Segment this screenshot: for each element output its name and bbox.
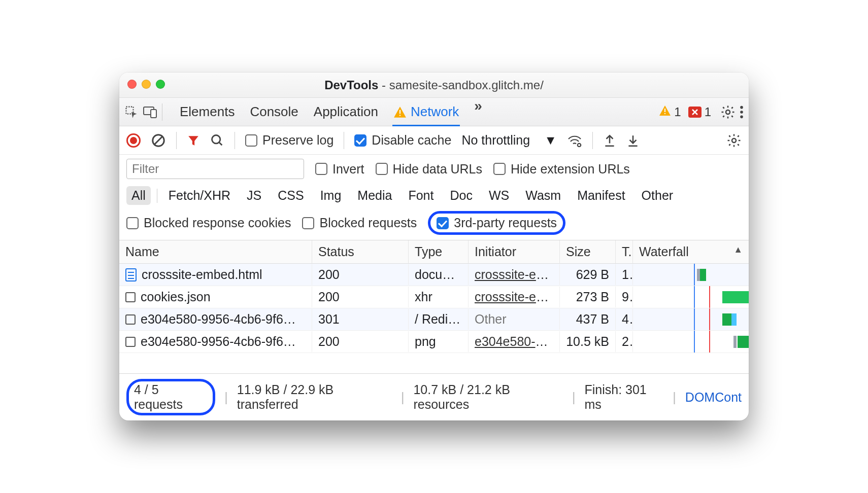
errors-count[interactable]: 1 bbox=[688, 105, 711, 119]
type-filter-all[interactable]: All bbox=[126, 186, 151, 205]
network-conditions-icon[interactable] bbox=[567, 134, 582, 147]
network-settings-icon[interactable] bbox=[726, 133, 742, 148]
devtools-window: DevTools - samesite-sandbox.glitch.me/ E… bbox=[119, 73, 749, 420]
tab-network[interactable]: Network bbox=[393, 98, 459, 126]
status-bar: 4 / 5 requests | 11.9 kB / 22.9 kB trans… bbox=[119, 374, 749, 420]
status-transferred: 11.9 kB / 22.9 kB transferred bbox=[237, 382, 392, 412]
third-party-highlight: 3rd-party requests bbox=[428, 211, 565, 235]
waterfall-cell bbox=[633, 308, 749, 330]
close-icon[interactable] bbox=[127, 80, 137, 89]
type-filter-row: All Fetch/XHR JS CSS Img Media Font Doc … bbox=[119, 183, 749, 208]
chevron-down-icon: ▼ bbox=[544, 133, 557, 148]
zoom-icon[interactable] bbox=[156, 80, 165, 89]
error-icon bbox=[688, 107, 702, 118]
waterfall-cell bbox=[633, 331, 749, 353]
col-waterfall[interactable]: Waterfall bbox=[633, 240, 749, 263]
type-filter-img[interactable]: Img bbox=[315, 186, 347, 205]
table-row[interactable]: e304e580-9956-4cb6-9f6… 200 png e304e580… bbox=[119, 331, 749, 353]
type-filter-js[interactable]: JS bbox=[242, 186, 266, 205]
type-filter-manifest[interactable]: Manifest bbox=[572, 186, 630, 205]
hide-data-urls-checkbox[interactable]: Hide data URLs bbox=[376, 162, 482, 177]
warnings-count[interactable]: 1 bbox=[659, 105, 681, 119]
col-size[interactable]: Size bbox=[560, 240, 616, 263]
search-icon[interactable] bbox=[210, 133, 224, 148]
minimize-icon[interactable] bbox=[142, 80, 151, 89]
tab-application[interactable]: Application bbox=[314, 98, 378, 126]
warning-icon bbox=[659, 105, 671, 119]
type-filter-other[interactable]: Other bbox=[637, 186, 679, 205]
extra-filter-row: Blocked response cookies Blocked request… bbox=[119, 208, 749, 240]
svg-point-13 bbox=[212, 135, 220, 143]
waterfall-cell bbox=[633, 264, 749, 286]
type-filter-css[interactable]: CSS bbox=[273, 186, 309, 205]
table-header[interactable]: Name Status Type Initiator Size T. Water… bbox=[119, 240, 749, 264]
download-icon[interactable] bbox=[626, 133, 640, 148]
type-filter-doc[interactable]: Doc bbox=[445, 186, 477, 205]
status-domcontent: DOMCont bbox=[685, 390, 742, 405]
filter-row: Invert Hide data URLs Hide extension URL… bbox=[119, 155, 749, 183]
document-icon bbox=[125, 268, 137, 281]
inspect-icon[interactable] bbox=[124, 105, 139, 119]
type-filter-wasm[interactable]: Wasm bbox=[520, 186, 566, 205]
record-button[interactable] bbox=[126, 133, 141, 148]
type-filter-ws[interactable]: WS bbox=[484, 186, 514, 205]
hide-extension-urls-checkbox[interactable]: Hide extension URLs bbox=[493, 162, 630, 177]
col-status[interactable]: Status bbox=[312, 240, 409, 263]
type-filter-media[interactable]: Media bbox=[352, 186, 397, 205]
type-filter-font[interactable]: Font bbox=[403, 186, 439, 205]
initiator-link[interactable]: crosssite-em… bbox=[475, 290, 559, 304]
status-requests: 4 / 5 requests bbox=[134, 382, 208, 412]
issue-counts[interactable]: 1 1 bbox=[659, 105, 711, 119]
third-party-checkbox[interactable]: 3rd-party requests bbox=[437, 216, 557, 230]
table-row[interactable]: e304e580-9956-4cb6-9f6… 301 / Redi… Othe… bbox=[119, 308, 749, 331]
network-toolbar: Preserve log Disable cache No throttling… bbox=[119, 126, 749, 155]
svg-point-7 bbox=[726, 110, 730, 114]
tab-console[interactable]: Console bbox=[250, 98, 298, 126]
col-type[interactable]: Type bbox=[409, 240, 469, 263]
device-toggle-icon[interactable] bbox=[143, 105, 158, 119]
svg-rect-6 bbox=[664, 113, 665, 114]
filter-toggle-icon[interactable] bbox=[187, 134, 200, 147]
svg-point-18 bbox=[732, 138, 736, 143]
col-name[interactable]: Name bbox=[119, 240, 312, 263]
svg-rect-2 bbox=[151, 110, 156, 118]
status-finish: Finish: 301 ms bbox=[584, 382, 663, 412]
kebab-icon[interactable] bbox=[740, 105, 744, 119]
initiator-link[interactable]: e304e580-9… bbox=[475, 334, 555, 348]
settings-icon[interactable] bbox=[720, 104, 736, 120]
checkbox-icon[interactable] bbox=[245, 134, 257, 147]
more-tabs-icon[interactable]: » bbox=[474, 98, 482, 126]
traffic-lights[interactable] bbox=[127, 80, 165, 89]
upload-icon[interactable] bbox=[603, 133, 616, 148]
table-row[interactable]: cookies.json 200 xhr crosssite-em… 273 B… bbox=[119, 286, 749, 308]
svg-rect-3 bbox=[399, 110, 400, 114]
blocked-cookies-checkbox[interactable]: Blocked response cookies bbox=[126, 216, 291, 230]
waterfall-cell bbox=[633, 286, 749, 308]
initiator-link[interactable]: crosssite-em… bbox=[475, 267, 559, 281]
blocked-requests-checkbox[interactable]: Blocked requests bbox=[302, 216, 417, 230]
table-row[interactable]: crosssite-embed.html 200 docu… crosssite… bbox=[119, 264, 749, 286]
svg-point-15 bbox=[578, 143, 581, 146]
disable-cache-checkbox[interactable]: Disable cache bbox=[354, 133, 451, 148]
svg-line-14 bbox=[219, 142, 222, 145]
file-icon bbox=[125, 292, 136, 302]
warning-icon bbox=[393, 106, 407, 118]
invert-checkbox[interactable]: Invert bbox=[315, 162, 364, 177]
request-table: Name Status Type Initiator Size T. Water… bbox=[119, 240, 749, 374]
file-icon bbox=[125, 337, 136, 347]
preserve-log-checkbox[interactable]: Preserve log bbox=[245, 133, 333, 148]
svg-line-12 bbox=[154, 136, 163, 145]
filter-input[interactable] bbox=[126, 159, 304, 179]
file-icon bbox=[125, 314, 136, 325]
checkbox-icon[interactable] bbox=[354, 134, 366, 147]
throttling-select[interactable]: No throttling ▼ bbox=[461, 133, 557, 148]
window-title: DevTools - samesite-sandbox.glitch.me/ bbox=[119, 78, 749, 92]
type-filter-fetchxhr[interactable]: Fetch/XHR bbox=[163, 186, 236, 205]
col-initiator[interactable]: Initiator bbox=[469, 240, 560, 263]
main-toolbar: Elements Console Application Network » 1 bbox=[119, 98, 749, 126]
svg-rect-5 bbox=[664, 109, 665, 112]
tab-elements[interactable]: Elements bbox=[180, 98, 235, 126]
requests-highlight: 4 / 5 requests bbox=[126, 379, 215, 415]
clear-icon[interactable] bbox=[151, 133, 166, 148]
col-time[interactable]: T. bbox=[616, 240, 633, 263]
